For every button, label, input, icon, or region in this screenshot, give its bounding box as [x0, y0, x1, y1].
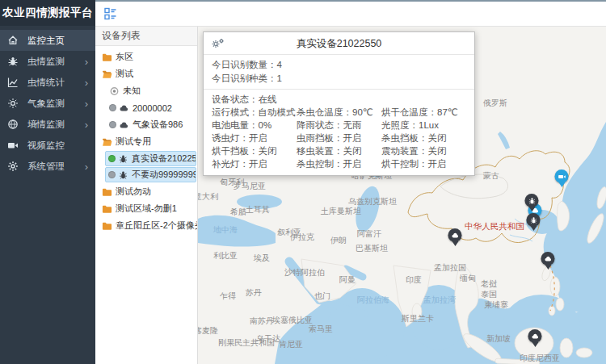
- popup-title: 真实设备21022550: [297, 38, 382, 49]
- sidebar-item-label: 系统管理: [27, 161, 65, 173]
- gear-icon: [7, 161, 19, 172]
- tree-item[interactable]: 气象设备986: [95, 116, 197, 133]
- folder-closed-icon: [102, 221, 112, 231]
- tree-item[interactable]: 测试专用: [95, 133, 197, 150]
- sidebar-menu: 监控主页虫情监测›虫情统计›气象监测›墒情监测›视频监控系统管理›: [0, 26, 95, 177]
- status-dot-icon: [108, 171, 116, 178]
- sidebar-item-系统管理[interactable]: 系统管理›: [0, 156, 95, 177]
- sidebar-item-label: 虫情统计: [27, 77, 65, 89]
- sidebar-item-label: 气象监测: [27, 98, 65, 110]
- map[interactable]: 俄罗斯蒙古中华人民共和国哈萨克斯坦捷克乌克兰匈牙利罗马尼亚意大利希腊土耳其地中海…: [198, 27, 606, 364]
- weather-device-icon: [119, 103, 129, 113]
- video-marker[interactable]: [555, 169, 569, 183]
- weather-marker[interactable]: [448, 228, 462, 242]
- popup-row: 诱虫灯：开启虫雨挡板：开启杀虫挡板：关闭: [212, 132, 466, 144]
- tree-item-label: 未知: [123, 85, 141, 97]
- popup-stats: 今日识别数量：4今日识别种类：1: [204, 55, 474, 90]
- popup-field: 杀虫挡板：关闭: [381, 132, 466, 144]
- sidebar-item-监控主页[interactable]: 监控主页: [0, 30, 95, 51]
- popup-field: 降雨状态：无雨: [297, 119, 381, 132]
- tree-item[interactable]: 测试: [95, 65, 197, 82]
- tree-item-label: 真实设备21022550: [132, 153, 196, 165]
- weather-marker[interactable]: [528, 329, 542, 343]
- cloud-icon: [544, 255, 552, 263]
- insect-marker[interactable]: [525, 194, 539, 207]
- popup-field: 虫雨挡板：开启: [297, 132, 381, 144]
- folder-closed-icon: [102, 187, 112, 197]
- popup-field: 运行模式：自动模式: [212, 106, 297, 119]
- cloud-icon: [531, 333, 539, 341]
- popup-row: 烘干挡板：关闭移虫装置：关闭震动装置：关闭: [212, 144, 466, 157]
- popup-field: 烘干控制：开启: [381, 157, 466, 170]
- weather-device-icon: [119, 120, 129, 130]
- insect-marker[interactable]: [527, 213, 541, 227]
- popup-row: 设备状态：在线: [212, 93, 466, 106]
- sidebar-item-虫情统计[interactable]: 虫情统计›: [0, 72, 95, 93]
- tree-item[interactable]: 东区: [95, 48, 197, 65]
- cloud-icon: [451, 232, 459, 240]
- tree-item[interactable]: 测试区域-勿删1: [95, 200, 197, 217]
- tree-item[interactable]: 章丘阳丘区-2个摄像头: [95, 217, 197, 234]
- sidebar-item-label: 墒情监测: [27, 119, 65, 131]
- tree-item-label: 气象设备986: [133, 119, 183, 131]
- sun-icon: [7, 98, 19, 109]
- tree-item[interactable]: 真实设备21022550: [105, 151, 196, 166]
- tree-item-label: 测试专用: [116, 136, 151, 148]
- sidebar-item-label: 监控主页: [27, 35, 65, 47]
- popup-field: 震动装置：关闭: [381, 144, 466, 157]
- status-dot-icon: [109, 104, 116, 111]
- popup-field: 电池电量：0%: [212, 119, 297, 132]
- popup-field: 烘干仓温度：87℃: [381, 106, 466, 119]
- popup-stat: 今日识别数量：4: [212, 58, 466, 72]
- chevron-right-icon: ›: [85, 98, 88, 109]
- popup-field: 杀虫控制：开启: [297, 157, 381, 170]
- tree-item-label: 测试勿动: [116, 186, 151, 198]
- folder-open-icon: [102, 137, 112, 147]
- popup-stat: 今日识别种类：1: [212, 72, 466, 86]
- popup-header: 真实设备21022550: [204, 32, 474, 55]
- folder-closed-icon: [102, 204, 112, 214]
- tree-item[interactable]: 测试勿动: [95, 183, 197, 200]
- popup-row: 电池电量：0%降雨状态：无雨光照度：1Lux: [212, 119, 466, 132]
- popup-field: 杀虫仓温度：90℃: [297, 106, 381, 119]
- bug-icon: [7, 56, 19, 67]
- tree-item-label: 测试区域-勿删1: [116, 203, 177, 215]
- weather-marker[interactable]: [541, 252, 555, 266]
- tree-item[interactable]: 20000002: [95, 99, 197, 116]
- folder-closed-icon: [102, 52, 112, 62]
- popup-field: 移虫装置：关闭: [297, 144, 381, 157]
- popup-row: 运行模式：自动模式杀虫仓温度：90℃烘干仓温度：87℃: [212, 106, 466, 119]
- popup-field: 补光灯：开启: [212, 157, 297, 170]
- sidebar-item-虫情监测[interactable]: 虫情监测›: [0, 51, 95, 72]
- bug-white-icon: [529, 216, 537, 224]
- app-window: 农业四情测报平台 监控主页虫情监测›虫情统计›气象监测›墒情监测›视频监控系统管…: [0, 0, 606, 364]
- chevron-right-icon: ›: [85, 161, 88, 172]
- tree-item-label: 章丘阳丘区-2个摄像头: [116, 220, 197, 232]
- popup-field: 烘干挡板：关闭: [212, 144, 297, 157]
- bug-white-icon: [528, 197, 536, 205]
- tree-item[interactable]: 未知: [95, 82, 197, 99]
- tree-item-label: 东区: [116, 51, 133, 63]
- soil-icon: [7, 119, 19, 130]
- chevron-right-icon: ›: [85, 77, 88, 88]
- sidebar-item-气象监测[interactable]: 气象监测›: [0, 93, 95, 114]
- sidebar-item-墒情监测[interactable]: 墒情监测›: [0, 114, 95, 135]
- device-tree: 东区测试未知20000002气象设备986测试专用真实设备21022550不要动…: [95, 46, 197, 234]
- popup-row: 补光灯：开启杀虫控制：开启烘干控制：开启: [212, 157, 466, 170]
- settings-icon[interactable]: [211, 38, 225, 49]
- chart-icon: [7, 77, 19, 88]
- tree-item-label: 不要动99999999: [132, 169, 196, 181]
- topbar: [95, 0, 606, 27]
- device-list-title: 设备列表: [95, 27, 197, 46]
- sidebar-item-label: 视频监控: [27, 140, 65, 152]
- device-list-panel: 设备列表 东区测试未知20000002气象设备986测试专用真实设备210225…: [95, 27, 198, 364]
- popup-field: 设备状态：在线: [212, 93, 466, 106]
- chevron-right-icon: ›: [85, 56, 88, 67]
- chevron-right-icon: ›: [85, 119, 88, 130]
- tree-toggle-icon[interactable]: [104, 7, 117, 20]
- sidebar-item-视频监控[interactable]: 视频监控: [0, 135, 95, 156]
- status-dot-icon: [109, 121, 116, 128]
- sidebar: 农业四情测报平台 监控主页虫情监测›虫情统计›气象监测›墒情监测›视频监控系统管…: [0, 0, 95, 364]
- main-area: 设备列表 东区测试未知20000002气象设备986测试专用真实设备210225…: [95, 0, 606, 364]
- tree-item[interactable]: 不要动99999999: [105, 167, 196, 182]
